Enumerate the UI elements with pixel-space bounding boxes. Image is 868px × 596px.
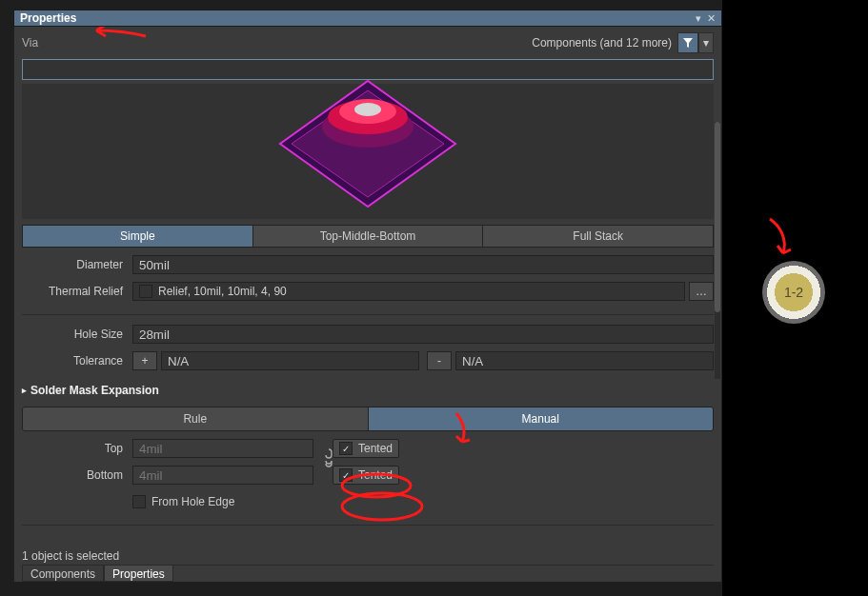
tab-components[interactable]: Components [22, 566, 104, 582]
selection-status: 1 object is selected [22, 549, 119, 563]
mask-top-tented-label: Tented [358, 442, 393, 455]
tolerance-plus-button[interactable]: + [132, 351, 157, 370]
via-pad-layers: 1-2 [784, 285, 803, 300]
svg-point-5 [354, 103, 381, 116]
link-icon[interactable] [323, 448, 334, 470]
panel-title: Properties [20, 11, 690, 25]
stack-mode-toggle: Simple Top-Middle-Bottom Full Stack [22, 225, 714, 248]
properties-panel: Properties ▾ ✕ Via Components (and 12 mo… [13, 10, 722, 583]
via-pad-preview[interactable]: 1-2 [762, 261, 825, 324]
tab-fullstack[interactable]: Full Stack [483, 226, 713, 247]
tab-properties[interactable]: Properties [104, 566, 173, 582]
collapse-icon: ▸ [22, 386, 27, 395]
filter-dropdown-icon[interactable]: ▾ [698, 32, 714, 53]
thermal-checkbox[interactable] [139, 285, 152, 298]
filter-summary: Components (and 12 more) [532, 36, 672, 50]
via-3d-icon [253, 75, 482, 228]
diameter-label: Diameter [22, 258, 132, 271]
close-icon[interactable]: ✕ [707, 12, 716, 25]
thermal-label: Thermal Relief [22, 285, 132, 298]
expansion-mode-toggle: Rule Manual [22, 407, 714, 431]
mask-top-tented-row: Tented [333, 439, 399, 458]
scrollbar-thumb[interactable] [715, 122, 720, 312]
panel-titlebar[interactable]: Properties ▾ ✕ [13, 10, 722, 27]
section-soldermask[interactable]: ▸ Solder Mask Expansion [22, 384, 714, 397]
thermal-value: Relief, 10mil, 10mil, 4, 90 [158, 285, 287, 298]
mask-bottom-input [132, 466, 313, 485]
from-hole-edge-label: From Hole Edge [151, 495, 234, 508]
from-hole-edge-checkbox[interactable] [132, 495, 146, 508]
mask-bottom-tented-row: Tented [333, 466, 399, 485]
via-3d-preview[interactable] [22, 84, 714, 219]
panel-body: Via Components (and 12 more) ▾ Simple [13, 27, 722, 583]
dropdown-icon[interactable]: ▾ [696, 12, 701, 25]
section-soldermask-label: Solder Mask Expansion [30, 384, 159, 397]
object-type-label: Via [22, 36, 38, 50]
mask-bottom-tented-label: Tented [358, 468, 393, 482]
mask-top-tented-checkbox[interactable] [339, 442, 353, 455]
diameter-input[interactable] [132, 255, 714, 274]
bottom-tabs: Components Properties [22, 565, 714, 582]
tolerance-minus-button[interactable]: - [427, 351, 452, 370]
filter-icon[interactable] [677, 32, 698, 53]
mask-bottom-tented-checkbox[interactable] [339, 468, 353, 482]
tab-tmb[interactable]: Top-Middle-Bottom [253, 226, 484, 247]
tab-manual[interactable]: Manual [369, 407, 714, 430]
thermal-more-button[interactable]: … [689, 282, 714, 301]
tolerance-plus-input[interactable] [161, 351, 419, 370]
tab-simple[interactable]: Simple [23, 226, 253, 247]
mask-top-label: Top [22, 442, 132, 455]
holesize-label: Hole Size [22, 328, 132, 341]
holesize-input[interactable] [132, 325, 714, 344]
tolerance-label: Tolerance [22, 354, 132, 368]
tolerance-minus-input[interactable] [455, 351, 714, 370]
mask-bottom-label: Bottom [22, 468, 132, 482]
mask-top-input [132, 439, 313, 458]
